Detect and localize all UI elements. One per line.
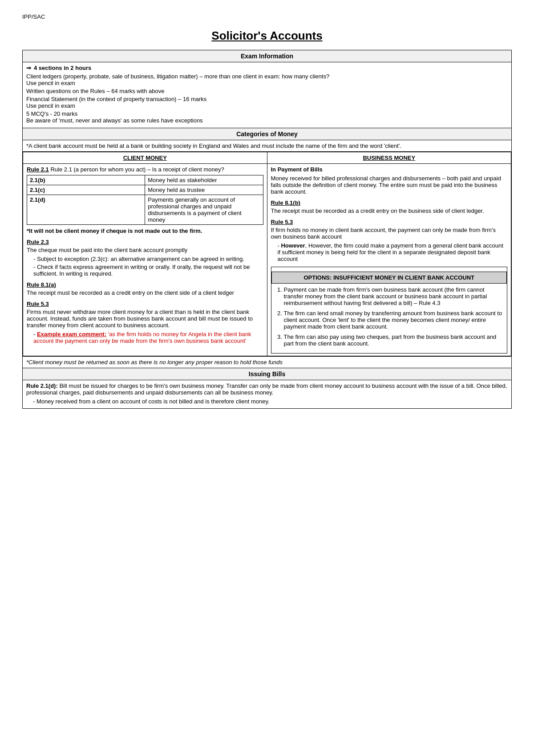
rule-5-3-client-text: Firms must never withdraw more client mo…: [27, 309, 263, 329]
exam-item-3: Financial Statement (in the context of p…: [26, 96, 508, 109]
rule-5-3-business-label: Rule 5.3: [271, 219, 508, 225]
rule-2-1c-row: 2.1(c) Money held as trustee: [27, 185, 263, 195]
rule-8-1a-text: The receipt must be recorded as a credit…: [27, 289, 263, 296]
rule-2-3-label: Rule 2.3: [27, 239, 263, 245]
however-item: However, However, the firm could make a …: [278, 242, 508, 262]
exam-item-2: Written questions on the Rules – 64 mark…: [26, 88, 508, 94]
exam-sub-1: Use pencil in exam: [26, 80, 508, 86]
exam-item-1: Client ledgers (property, probate, sale …: [26, 73, 508, 86]
option-3: The firm can also pay using two cheques,…: [284, 333, 504, 347]
arrow-icon: ⇒: [26, 65, 31, 71]
options-header: OPTIONS: INSUFFICIENT MONEY IN CLIENT BA…: [271, 272, 507, 284]
rule-2-3-sub-2: Check if facts express agreement in writ…: [33, 264, 263, 277]
rule-5-3-client-label: Rule 5.3: [27, 301, 263, 307]
exam-item-4: 5 MCQ's - 20 marks Be aware of 'must, ne…: [26, 110, 508, 124]
sections-label: 4 sections in 2 hours: [34, 65, 91, 71]
rule-8-1b-text: The receipt must be recorded as a credit…: [271, 207, 508, 214]
rule-2-1d-row: 2.1(d) Payments generally on account of …: [27, 195, 263, 225]
client-money-header: CLIENT MONEY: [123, 154, 167, 161]
exam-info-header: Exam Information: [241, 53, 293, 60]
in-payment-text: Money received for billed professional c…: [271, 175, 508, 195]
issuing-bills-header: Issuing Bills: [249, 370, 285, 378]
page-title: Solicitor's Accounts: [22, 29, 512, 43]
rule-8-1b-label: Rule 8.1(b): [271, 199, 508, 206]
categories-header: Categories of Money: [236, 130, 298, 138]
rule-2-3-text: The cheque must be paid into the client …: [27, 247, 263, 253]
bold-note: *It will not be client money if cheque i…: [27, 228, 263, 234]
issuing-bills-rule: Rule 2.1(d): Bill must be issued for cha…: [26, 382, 508, 396]
footer-italic: *Client money must be returned as soon a…: [26, 359, 283, 366]
option-2: The firm can lend small money by transfe…: [284, 310, 504, 330]
rule-5-3-business-text: If firm holds no money in client bank ac…: [271, 227, 508, 240]
business-money-header: BUSINESS MONEY: [363, 154, 415, 161]
rule-8-1a-label: Rule 8.1(a): [27, 281, 263, 288]
exam-sub-4: Be aware of 'must, never and always' as …: [26, 117, 508, 124]
example-item: Example exam comment: 'as the firm holds…: [33, 331, 263, 344]
in-payment-label: In Payment of Bills: [271, 166, 323, 173]
rule-2-1b-row: 2.1(b) Money held as stakeholder: [27, 175, 263, 185]
rule-2-3-sub-1: Subject to exception (2.3(c): an alterna…: [33, 256, 263, 262]
page-reference: IPP/SAC: [22, 13, 512, 20]
categories-note: *A client bank account must be held at a…: [26, 142, 401, 149]
exam-sub-3: Use pencil in exam: [26, 102, 508, 109]
issuing-bills-dash: Money received from a client on account …: [33, 398, 508, 405]
option-1: Payment can be made from firm's own busi…: [284, 286, 504, 306]
rule-2-1-intro: Rule 2.1 Rule 2.1 (a person for whom you…: [27, 166, 263, 173]
